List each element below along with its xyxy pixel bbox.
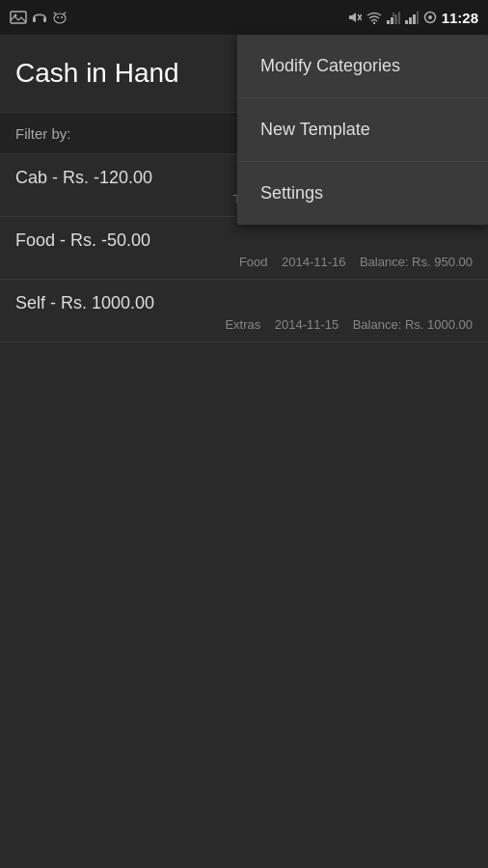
svg-rect-21 bbox=[417, 12, 419, 24]
status-bar: 2 11:28 bbox=[0, 0, 488, 35]
svg-rect-14 bbox=[391, 17, 393, 24]
transaction-date-self: 2014-11-15 bbox=[275, 317, 339, 332]
transaction-title-self: Self - Rs. 1000.00 bbox=[15, 293, 473, 313]
svg-marker-9 bbox=[349, 13, 356, 22]
photo-icon bbox=[10, 11, 27, 24]
clock: 11:28 bbox=[442, 10, 478, 26]
signal2-icon bbox=[405, 11, 419, 24]
svg-rect-16 bbox=[398, 12, 400, 24]
status-right-icons: 2 11:28 bbox=[348, 10, 478, 26]
transaction-date-food: 2014-11-16 bbox=[282, 255, 346, 269]
wifi-icon bbox=[366, 11, 382, 24]
filter-label: Filter by: bbox=[15, 125, 71, 142]
svg-rect-15 bbox=[394, 14, 397, 24]
menu-item-settings[interactable]: Settings bbox=[237, 162, 488, 225]
transaction-category-self: Extras bbox=[225, 317, 260, 332]
svg-rect-13 bbox=[387, 20, 390, 24]
svg-text:2: 2 bbox=[392, 12, 394, 17]
svg-rect-20 bbox=[413, 14, 416, 24]
page-title: Cash in Hand bbox=[15, 58, 179, 89]
transaction-balance-self: Balance: Rs. 1000.00 bbox=[353, 317, 473, 332]
svg-rect-19 bbox=[409, 17, 412, 24]
transaction-item-food[interactable]: Food - Rs. -50.00 Food 2014-11-16 Balanc… bbox=[0, 217, 488, 280]
cat-icon bbox=[52, 11, 68, 24]
headset-icon bbox=[32, 11, 47, 24]
svg-rect-3 bbox=[43, 17, 46, 22]
transaction-details-food: Food 2014-11-16 Balance: Rs. 950.00 bbox=[15, 255, 473, 269]
sync-icon bbox=[423, 11, 437, 24]
transaction-item-self[interactable]: Self - Rs. 1000.00 Extras 2014-11-15 Bal… bbox=[0, 280, 488, 342]
empty-content bbox=[0, 342, 488, 868]
muted-icon bbox=[348, 11, 362, 24]
menu-item-new-template[interactable]: New Template bbox=[237, 98, 488, 162]
svg-point-4 bbox=[54, 14, 66, 23]
transaction-balance-food: Balance: Rs. 950.00 bbox=[360, 255, 473, 269]
menu-item-modify-categories[interactable]: Modify Categories bbox=[237, 35, 488, 98]
dropdown-menu: Modify Categories New Template Settings bbox=[237, 35, 488, 225]
svg-point-7 bbox=[57, 16, 59, 18]
svg-rect-2 bbox=[33, 17, 36, 22]
transaction-category-food: Food bbox=[239, 255, 268, 269]
transaction-title-food: Food - Rs. -50.00 bbox=[15, 231, 473, 251]
signal1-icon: 2 bbox=[387, 11, 400, 24]
svg-point-8 bbox=[61, 16, 63, 18]
svg-rect-18 bbox=[405, 20, 408, 24]
transaction-details-self: Extras 2014-11-15 Balance: Rs. 1000.00 bbox=[15, 317, 473, 332]
status-left-icons bbox=[10, 11, 68, 24]
svg-point-23 bbox=[428, 15, 432, 19]
svg-point-12 bbox=[372, 22, 374, 24]
